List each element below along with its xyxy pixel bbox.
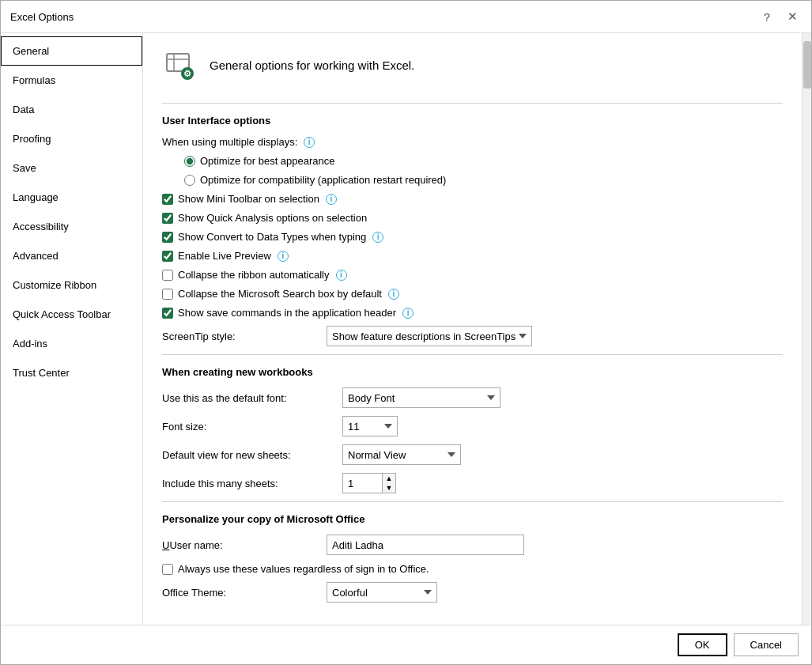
content-scroll: ⚙ General options for working with Excel… bbox=[143, 33, 811, 625]
close-button[interactable]: ✕ bbox=[783, 7, 802, 26]
sidebar-item-quick-access-toolbar[interactable]: Quick Access Toolbar bbox=[1, 300, 142, 329]
save-commands-info-icon: i bbox=[402, 308, 414, 319]
live-preview-label[interactable]: Enable Live Preview bbox=[178, 250, 271, 262]
ui-options-title: User Interface options bbox=[162, 115, 783, 127]
collapse-search-label[interactable]: Collapse the Microsoft Search box by def… bbox=[178, 288, 382, 300]
save-commands-label[interactable]: Show save commands in the application he… bbox=[178, 307, 396, 319]
dialog-title: Excel Options bbox=[10, 11, 74, 23]
excel-options-dialog: Excel Options ? ✕ General Formulas Data … bbox=[0, 0, 812, 665]
fontsize-row: Font size: 8 9 10 11 12 14 bbox=[162, 416, 783, 436]
main-content: General Formulas Data Proofing Save Lang… bbox=[1, 33, 811, 625]
sidebar-item-customize-ribbon[interactable]: Customize Ribbon bbox=[1, 270, 142, 300]
collapse-ribbon-row: Collapse the ribbon automatically i bbox=[162, 269, 783, 281]
svg-text:⚙: ⚙ bbox=[183, 69, 191, 78]
checkbox-collapse-ribbon[interactable] bbox=[162, 270, 173, 281]
radio-compatibility-row: Optimize for compatibility (application … bbox=[184, 174, 783, 186]
collapse-ribbon-label[interactable]: Collapse the ribbon automatically bbox=[178, 269, 330, 281]
spin-up-button[interactable]: ▲ bbox=[383, 474, 395, 483]
radio-appearance-label[interactable]: Optimize for best appearance bbox=[200, 155, 335, 167]
checkbox-collapse-search[interactable] bbox=[162, 289, 173, 300]
username-input[interactable] bbox=[327, 535, 524, 555]
view-label: Default view for new sheets: bbox=[162, 449, 336, 461]
quick-analysis-row: Show Quick Analysis options on selection bbox=[162, 212, 783, 224]
new-workbooks-section: When creating new workbooks Use this as … bbox=[162, 366, 783, 493]
sidebar: General Formulas Data Proofing Save Lang… bbox=[1, 33, 143, 625]
ok-button[interactable]: OK bbox=[678, 633, 727, 656]
radio-optimize-compatibility[interactable] bbox=[184, 175, 195, 186]
theme-select[interactable]: Colorful Dark Gray Black White System Se… bbox=[327, 582, 437, 603]
general-icon: ⚙ bbox=[162, 46, 200, 84]
save-commands-row: Show save commands in the application he… bbox=[162, 307, 783, 319]
convert-data-info-icon: i bbox=[372, 232, 383, 243]
username-label: UUser name: bbox=[162, 539, 320, 551]
quick-analysis-label[interactable]: Show Quick Analysis options on selection bbox=[178, 212, 367, 224]
sidebar-item-data[interactable]: Data bbox=[1, 95, 142, 124]
multi-display-row: When using multiple displays: i bbox=[162, 136, 783, 148]
personalize-title: Personalize your copy of Microsoft Offic… bbox=[162, 513, 783, 525]
sidebar-item-language[interactable]: Language bbox=[1, 183, 142, 212]
screentip-row: ScreenTip style: Show feature descriptio… bbox=[162, 326, 783, 346]
page-subtitle: General options for working with Excel. bbox=[210, 59, 414, 72]
theme-label: Office Theme: bbox=[162, 587, 320, 599]
live-preview-info-icon: i bbox=[278, 251, 289, 262]
sidebar-item-save[interactable]: Save bbox=[1, 153, 142, 183]
checkbox-live-preview[interactable] bbox=[162, 251, 173, 262]
mini-toolbar-info-icon: i bbox=[326, 194, 337, 205]
view-row: Default view for new sheets: Normal View… bbox=[162, 444, 783, 465]
sheets-row: Include this many sheets: ▲ ▼ bbox=[162, 473, 783, 493]
convert-data-row: Show Convert to Data Types when typing i bbox=[162, 231, 783, 243]
collapse-ribbon-info-icon: i bbox=[336, 270, 347, 281]
mini-toolbar-label[interactable]: Show Mini Toolbar on selection bbox=[178, 193, 319, 205]
checkbox-mini-toolbar[interactable] bbox=[162, 194, 173, 205]
collapse-search-row: Collapse the Microsoft Search box by def… bbox=[162, 288, 783, 300]
sidebar-item-formulas[interactable]: Formulas bbox=[1, 66, 142, 95]
sheets-input[interactable] bbox=[342, 473, 382, 493]
new-workbooks-title: When creating new workbooks bbox=[162, 366, 783, 378]
collapse-search-info-icon: i bbox=[388, 289, 399, 300]
page-header: ⚙ General options for working with Excel… bbox=[162, 46, 783, 90]
view-select[interactable]: Normal View Page Break Preview Page Layo… bbox=[342, 444, 461, 465]
sidebar-item-trust-center[interactable]: Trust Center bbox=[1, 358, 142, 387]
radio-compatibility-label[interactable]: Optimize for compatibility (application … bbox=[200, 174, 446, 186]
always-use-label[interactable]: Always use these values regardless of si… bbox=[178, 563, 429, 575]
footer: OK Cancel bbox=[1, 625, 811, 664]
spin-buttons: ▲ ▼ bbox=[382, 473, 396, 493]
live-preview-row: Enable Live Preview i bbox=[162, 250, 783, 262]
sidebar-item-add-ins[interactable]: Add-ins bbox=[1, 329, 142, 358]
help-button[interactable]: ? bbox=[757, 7, 776, 26]
checkbox-always-use[interactable] bbox=[162, 564, 173, 575]
sidebar-item-accessibility[interactable]: Accessibility bbox=[1, 212, 142, 241]
spin-down-button[interactable]: ▼ bbox=[383, 483, 395, 493]
title-bar: Excel Options ? ✕ bbox=[1, 1, 811, 33]
title-bar-controls: ? ✕ bbox=[757, 7, 802, 26]
checkbox-quick-analysis[interactable] bbox=[162, 213, 173, 224]
multi-display-info-icon: i bbox=[304, 137, 315, 148]
sheets-spinner: ▲ ▼ bbox=[342, 473, 396, 493]
sidebar-item-general[interactable]: General bbox=[1, 36, 142, 66]
font-label: Use this as the default font: bbox=[162, 392, 336, 404]
screentip-select[interactable]: Show feature descriptions in ScreenTips … bbox=[327, 326, 532, 346]
scrollbar-thumb[interactable] bbox=[803, 41, 811, 89]
sidebar-item-advanced[interactable]: Advanced bbox=[1, 241, 142, 270]
ui-options-section: User Interface options When using multip… bbox=[162, 115, 783, 346]
personalize-section: Personalize your copy of Microsoft Offic… bbox=[162, 513, 783, 603]
font-select[interactable]: Body Font Calibri Arial Times New Roman bbox=[342, 387, 500, 408]
fontsize-label: Font size: bbox=[162, 421, 336, 433]
multi-display-label: When using multiple displays: bbox=[162, 136, 297, 148]
sidebar-item-proofing[interactable]: Proofing bbox=[1, 124, 142, 153]
username-row: UUser name: bbox=[162, 535, 783, 555]
screentip-label: ScreenTip style: bbox=[162, 331, 320, 342]
radio-appearance-row: Optimize for best appearance bbox=[184, 155, 783, 167]
convert-data-label[interactable]: Show Convert to Data Types when typing bbox=[178, 231, 366, 243]
mini-toolbar-row: Show Mini Toolbar on selection i bbox=[162, 193, 783, 205]
checkbox-save-commands[interactable] bbox=[162, 308, 173, 319]
fontsize-select[interactable]: 8 9 10 11 12 14 bbox=[342, 416, 398, 436]
content-area: ⚙ General options for working with Excel… bbox=[143, 33, 802, 625]
checkbox-convert-data[interactable] bbox=[162, 232, 173, 243]
scrollbar-track[interactable] bbox=[802, 33, 811, 625]
theme-row: Office Theme: Colorful Dark Gray Black W… bbox=[162, 582, 783, 603]
sheets-label: Include this many sheets: bbox=[162, 478, 336, 489]
radio-optimize-appearance[interactable] bbox=[184, 156, 195, 167]
cancel-button[interactable]: Cancel bbox=[734, 633, 799, 656]
always-use-row: Always use these values regardless of si… bbox=[162, 563, 783, 575]
